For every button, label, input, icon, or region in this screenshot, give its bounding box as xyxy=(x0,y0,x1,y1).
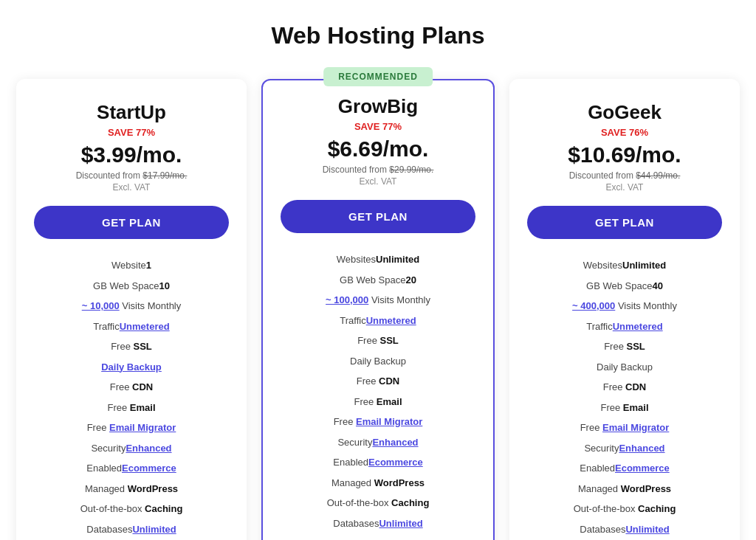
list-item: Out-of-the-box Caching xyxy=(34,499,229,519)
excl-vat-startup: Excl. VAT xyxy=(113,182,151,193)
list-item: EnabledEcommerce xyxy=(527,458,722,479)
original-price-gogeek: Discounted from $44.99/mo. xyxy=(569,170,681,181)
features-list-gogeek: WebsitesUnlimited GB Web Space40~ 400,00… xyxy=(527,255,722,540)
list-item: GB Web Space40 xyxy=(527,276,722,297)
list-item: Website1 xyxy=(34,255,229,276)
list-item: Managed WordPress xyxy=(527,479,722,499)
plan-name-gogeek: GoGeek xyxy=(588,101,662,124)
list-item: Free Email xyxy=(527,398,722,418)
features-list-startup: Website1 GB Web Space10~ 10,000 Visits M… xyxy=(34,255,229,540)
list-item: Daily Backup xyxy=(34,357,229,378)
list-item: SecurityEnhanced xyxy=(34,438,229,459)
list-item: EnabledEcommerce xyxy=(34,458,229,479)
list-item: Free Email xyxy=(281,392,475,412)
page-title: Web Hosting Plans xyxy=(271,22,484,49)
original-price-growbig: Discounted from $29.99/mo. xyxy=(323,165,434,175)
get-plan-button-startup[interactable]: GET PLAN xyxy=(34,206,229,239)
plan-card-gogeek: GoGeekSAVE 76%$10.69/mo.Discounted from … xyxy=(509,79,740,540)
plan-name-startup: StartUp xyxy=(97,101,166,124)
plans-container: StartUpSAVE 77%$3.99/mo.Discounted from … xyxy=(16,79,740,540)
list-item: Free Email Migrator xyxy=(281,412,475,432)
list-item: WebsitesUnlimited xyxy=(281,249,475,270)
save-badge-growbig: SAVE 77% xyxy=(354,121,402,132)
list-item: ~ 400,000 Visits Monthly xyxy=(527,296,722,316)
list-item: 100% renewable energy match xyxy=(281,533,475,540)
plan-card-growbig: RECOMMENDEDGrowBigSAVE 77%$6.69/mo.Disco… xyxy=(261,79,495,540)
list-item: Free CDN xyxy=(34,377,229,398)
features-list-growbig: WebsitesUnlimited GB Web Space20~ 100,00… xyxy=(281,249,475,540)
list-item: Free Email xyxy=(34,398,229,418)
list-item: DatabasesUnlimited xyxy=(527,519,722,540)
price-startup: $3.99/mo. xyxy=(81,142,182,167)
plan-name-growbig: GrowBig xyxy=(338,95,418,118)
list-item: Daily Backup xyxy=(527,357,722,378)
list-item: Managed WordPress xyxy=(34,479,229,499)
excl-vat-growbig: Excl. VAT xyxy=(360,176,397,187)
price-growbig: $6.69/mo. xyxy=(328,136,429,162)
list-item: SecurityEnhanced xyxy=(527,438,722,459)
list-item: TrafficUnmetered xyxy=(527,316,722,337)
list-item: ~ 100,000 Visits Monthly xyxy=(281,290,475,311)
list-item: Free Email Migrator xyxy=(34,418,229,438)
list-item: Free Email Migrator xyxy=(527,418,722,438)
list-item: Managed WordPress xyxy=(281,473,475,494)
get-plan-button-growbig[interactable]: GET PLAN xyxy=(281,200,475,233)
original-price-startup: Discounted from $17.99/mo. xyxy=(76,170,188,181)
recommended-badge: RECOMMENDED xyxy=(323,67,433,86)
list-item: Free CDN xyxy=(281,371,475,392)
save-badge-gogeek: SAVE 76% xyxy=(601,127,648,138)
list-item: Free SSL xyxy=(34,336,229,357)
list-item: Out-of-the-box Caching xyxy=(281,493,475,513)
list-item: Free SSL xyxy=(527,336,722,357)
list-item: GB Web Space20 xyxy=(281,270,475,291)
list-item: DatabasesUnlimited xyxy=(34,519,229,540)
get-plan-button-gogeek[interactable]: GET PLAN xyxy=(527,206,722,239)
list-item: WebsitesUnlimited xyxy=(527,255,722,276)
list-item: Free SSL xyxy=(281,330,475,351)
list-item: Free CDN xyxy=(527,377,722,398)
list-item: GB Web Space10 xyxy=(34,276,229,297)
list-item: TrafficUnmetered xyxy=(34,316,229,337)
list-item: TrafficUnmetered xyxy=(281,311,475,331)
list-item: ~ 10,000 Visits Monthly xyxy=(34,296,229,316)
excl-vat-gogeek: Excl. VAT xyxy=(606,182,644,193)
list-item: Daily Backup xyxy=(281,351,475,372)
list-item: EnabledEcommerce xyxy=(281,452,475,473)
list-item: Out-of-the-box Caching xyxy=(527,499,722,519)
list-item: DatabasesUnlimited xyxy=(281,513,475,534)
price-gogeek: $10.69/mo. xyxy=(568,142,681,167)
save-badge-startup: SAVE 77% xyxy=(108,127,155,138)
plan-card-startup: StartUpSAVE 77%$3.99/mo.Discounted from … xyxy=(16,79,247,540)
list-item: SecurityEnhanced xyxy=(281,432,475,453)
